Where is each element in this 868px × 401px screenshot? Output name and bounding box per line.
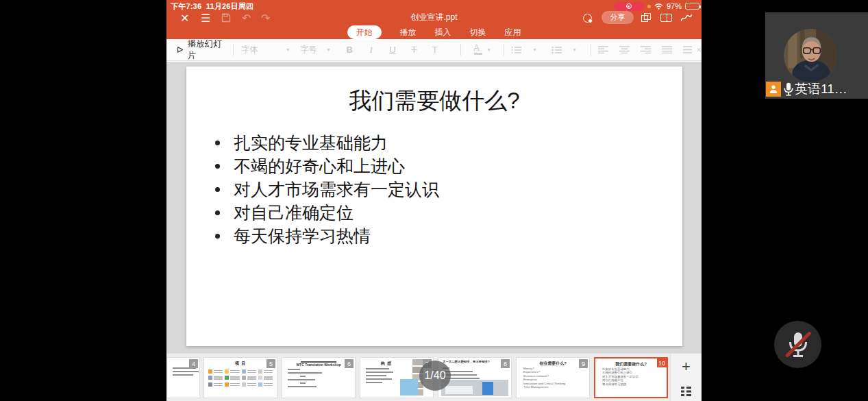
- font-size-select[interactable]: 字号▾: [300, 44, 330, 56]
- battery-percent: 97%: [667, 2, 682, 10]
- tab-transition[interactable]: 切换: [470, 26, 486, 38]
- wps-presentation-app: 下午7:36 11月26日周四 97% ✕ ☰ ↶ ↷ 创业宣讲.p: [166, 0, 702, 401]
- chevron-down-icon: ▾: [488, 47, 491, 53]
- status-right-group: 97%: [614, 2, 699, 11]
- thumbnail-slide-5[interactable]: 项 目 5: [203, 357, 277, 398]
- battery-icon: [685, 3, 699, 10]
- current-slide[interactable]: 我们需要做什么? 扎实的专业基础能力 不竭的好奇心和上进心 对人才市场需求有一定…: [186, 66, 682, 346]
- tab-play[interactable]: 播放: [400, 26, 417, 38]
- play-icon: [177, 46, 184, 53]
- participant-mic-icon: [784, 82, 793, 96]
- slide-bullet[interactable]: 不竭的好奇心和上进心: [215, 154, 662, 178]
- page-indicator: 1/40: [419, 361, 451, 391]
- cast-icon[interactable]: [583, 10, 592, 25]
- participant-video-tile[interactable]: 英语11…: [765, 12, 868, 99]
- align-justify-icon[interactable]: [662, 46, 672, 53]
- strikethrough-button[interactable]: T: [410, 45, 419, 55]
- screen-recording-indicator[interactable]: [614, 2, 644, 11]
- app-header: 下午7:36 11月26日周四 97% ✕ ☰ ↶ ↷ 创业宣讲.p: [166, 0, 702, 39]
- chevron-down-icon: ▾: [286, 47, 289, 53]
- italic-button[interactable]: I: [367, 45, 375, 56]
- thumbnail-number: 10: [657, 359, 667, 367]
- thumbnail-number: 5: [266, 359, 275, 368]
- align-right-icon[interactable]: [641, 46, 651, 53]
- thumbnail-photo: [441, 380, 508, 396]
- filmstrip-side-panel: +: [670, 354, 702, 401]
- thumbnail-image: [400, 379, 418, 396]
- slide-bullet[interactable]: 每天保持学习热情: [215, 224, 662, 247]
- thumbnail-number: 4: [189, 359, 198, 368]
- mic-in-use-dot: [647, 5, 651, 8]
- format-toolbar: 播放幻灯片 字体▾ 字号▾ B I U T T. A ▾ ▾ ▾: [166, 39, 702, 61]
- tab-home[interactable]: 开始: [347, 25, 382, 39]
- thumbnail-slide-4[interactable]: 4: [166, 357, 200, 398]
- thumbnail-item: 每天保持学习热情: [602, 382, 668, 387]
- ink-pen-icon[interactable]: [680, 10, 693, 25]
- wifi-icon: [654, 3, 663, 10]
- slide-bullet[interactable]: 对自己准确定位: [215, 201, 662, 224]
- slide-sorter-icon[interactable]: [681, 387, 691, 396]
- thumbnail-title: 我们需要做什么?: [595, 361, 667, 367]
- add-slide-button[interactable]: +: [671, 359, 702, 374]
- thumbnail-slide-6[interactable]: WTC Translation Workshop 6: [282, 357, 356, 398]
- bold-button[interactable]: B: [345, 45, 354, 55]
- bullet-list-button[interactable]: [511, 46, 522, 54]
- font-family-select[interactable]: 字体▾: [241, 44, 289, 56]
- record-icon: [626, 3, 632, 9]
- numbered-list-button[interactable]: [551, 46, 562, 54]
- app-toolbar: ✕ ☰ ↶ ↷ 创业宣讲.ppt 分享: [166, 10, 702, 25]
- tab-insert[interactable]: 插入: [435, 26, 451, 38]
- presenter-badge-icon: [766, 82, 781, 97]
- participant-avatar: [784, 29, 837, 82]
- microphone-mute-button[interactable]: [774, 321, 821, 368]
- text-effect-button[interactable]: T.: [431, 45, 440, 55]
- thumbnail-slide-9[interactable]: 创业需要什么? Money? Experience? Business netw…: [516, 357, 590, 398]
- play-slideshow-button[interactable]: 播放幻灯片: [177, 38, 225, 62]
- slide-bullet[interactable]: 对人才市场需求有一定认识: [215, 178, 662, 201]
- text-direction-icon[interactable]: [683, 46, 693, 53]
- tab-apps[interactable]: 应用: [505, 26, 521, 38]
- participant-info-row: 英语11…: [766, 81, 868, 97]
- align-center-icon[interactable]: [619, 46, 630, 53]
- chevron-down-icon: ▾: [533, 47, 536, 53]
- chevron-down-icon: ▾: [327, 47, 330, 53]
- share-button[interactable]: 分享: [602, 11, 634, 24]
- clear-format-icon[interactable]: ✕: [696, 47, 702, 53]
- chevron-down-icon: ▾: [573, 47, 576, 53]
- read-mode-icon[interactable]: [660, 10, 672, 25]
- thumbnail-number: 9: [579, 359, 588, 368]
- slide-title[interactable]: 我们需要做什么?: [186, 86, 682, 117]
- underline-button[interactable]: U: [388, 45, 397, 55]
- align-left-icon[interactable]: [598, 46, 608, 53]
- editor-canvas: 我们需要做什么? 扎实的专业基础能力 不竭的好奇心和上进心 对人才市场需求有一定…: [166, 62, 702, 353]
- slide-bullet-list[interactable]: 扎实的专业基础能力 不竭的好奇心和上进心 对人才市场需求有一定认识 对自己准确定…: [215, 131, 662, 247]
- thumbnail-slide-10-selected[interactable]: 我们需要做什么? 扎实的专业基础能力 不竭的好奇心和上进心 对人才市场需求有一定…: [594, 357, 668, 398]
- slide-bullet[interactable]: 扎实的专业基础能力: [215, 131, 662, 154]
- slides-copy-icon[interactable]: [641, 10, 652, 25]
- thumbnail-number: 8: [501, 359, 510, 368]
- ribbon-tabs: 开始 播放 插入 切换 应用: [166, 25, 702, 39]
- thumbnail-item: Time Management: [523, 386, 590, 390]
- font-color-button[interactable]: A: [469, 45, 485, 55]
- thumbnail-number: 6: [345, 359, 354, 368]
- participant-name: 英语11…: [795, 80, 847, 98]
